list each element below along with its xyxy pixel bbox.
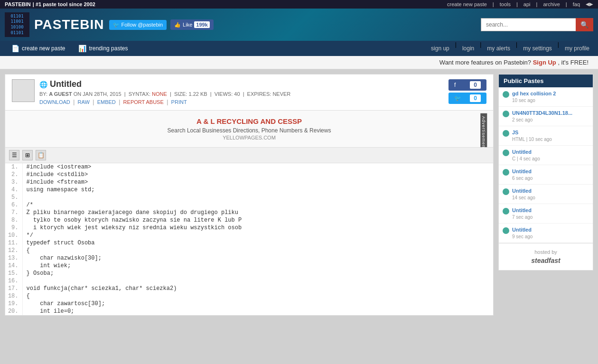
brand-name: PASTEBIN [5, 1, 31, 7]
paste-info: 🌐 Untitled BY: A GUEST ON JAN 28TH, 2015… [39, 79, 290, 105]
table-row: 18. { [5, 292, 493, 300]
table-row: 5. [5, 194, 493, 201]
line-code: #include <cstdlib> [22, 171, 493, 178]
sign-up-link[interactable]: sign up [427, 41, 453, 56]
list-item: Untitled 6 sec ago [499, 165, 593, 185]
paste-link[interactable]: gd hex collision 2 [512, 91, 556, 96]
ad-label: Advertisement [481, 113, 487, 148]
facebook-like-button[interactable]: 👍 Like 199k [170, 19, 214, 30]
search-input[interactable] [481, 18, 576, 31]
line-number: 16. [5, 277, 22, 285]
social-buttons: 🐦 Follow @pastebin 👍 Like 199k [109, 19, 214, 30]
line-code: typedef struct Osoba [22, 239, 493, 247]
code-toolbar: ☰ ⊞ 📋 [5, 148, 494, 163]
create-paste-link[interactable]: 📄 create new paste [5, 41, 72, 56]
paste-link[interactable]: Untitled [512, 168, 532, 174]
line-number: 10. [5, 232, 22, 239]
top-nav-create[interactable]: create new paste [447, 1, 487, 7]
line-number: 19. [5, 300, 22, 308]
paste-time: 2 sec ago [512, 117, 533, 122]
table-row: 3. #include <fstream> [5, 178, 493, 186]
globe-icon [503, 188, 509, 195]
download-link[interactable]: DOWNLOAD [39, 99, 70, 105]
line-code: tylko te osoby ktorych nazwisko zaczyna … [22, 216, 493, 224]
promo-bar: Want more features on Pastebin? Sign Up … [0, 56, 598, 69]
top-nav-api[interactable]: api [523, 1, 531, 7]
public-pastes-box: Public Pastes gd hex collision 2 10 sec … [498, 74, 593, 243]
globe-icon [503, 208, 509, 215]
line-number: 8. [5, 216, 22, 224]
hosted-box: hosted by steadfast [498, 243, 593, 271]
list-item: Untitled 9 sec ago [499, 224, 593, 243]
line-code [22, 194, 493, 201]
tool-grid-icon[interactable]: ⊞ [22, 150, 33, 160]
tool-copy-icon[interactable]: 📋 [36, 150, 46, 160]
globe-icon [503, 91, 509, 98]
logo-area: 01101110011010001101 PASTEBIN 🐦 Follow @… [5, 12, 214, 37]
list-item: Untitled 7 sec ago [499, 204, 593, 224]
facebook-share-button[interactable]: f 0 [448, 79, 486, 91]
top-nav-faq[interactable]: faq [573, 1, 580, 7]
table-row: 13. char nazwisko[30]; [5, 254, 493, 262]
paste-syntax: NONE [152, 91, 167, 97]
paste-time: 9 sec ago [512, 234, 533, 239]
my-settings-link[interactable]: my settings [519, 41, 556, 56]
line-code: int ile=0; [22, 308, 493, 315]
subnav-right: sign up | login | my alerts | my setting… [427, 41, 593, 56]
paste-link[interactable]: Untitled [512, 188, 532, 194]
public-pastes-list: gd hex collision 2 10 sec ago UN4N0TT3D4… [499, 87, 593, 243]
steadfast-brand: steadfast [505, 257, 587, 264]
paste-social-buttons: f 0 🐦 0 [448, 79, 486, 104]
line-number: 2. [5, 171, 22, 178]
tool-list-icon[interactable]: ☰ [9, 150, 19, 160]
line-code: } Osoba; [22, 270, 493, 277]
twitter-share-button[interactable]: 🐦 0 [448, 93, 486, 104]
paste-time: C | 4 sec ago [512, 156, 540, 161]
line-code: using namespace std; [22, 186, 493, 194]
print-link[interactable]: PRINT [171, 99, 187, 105]
my-profile-link[interactable]: my profile [561, 41, 593, 56]
paste-area: 🌐 Untitled BY: A GUEST ON JAN 28TH, 2015… [5, 74, 494, 316]
paste-link[interactable]: JS [512, 130, 518, 135]
line-code [22, 277, 493, 285]
paste-title: 🌐 Untitled [39, 79, 290, 89]
top-nav-tools[interactable]: tools [500, 1, 511, 7]
top-nav-archive[interactable]: archive [543, 1, 560, 7]
paste-time: 6 sec ago [512, 176, 533, 181]
ad-title: A & L RECYCLING AND CESSP [12, 117, 486, 125]
table-row: 16. [5, 277, 493, 285]
paste-link[interactable]: Untitled [512, 207, 532, 213]
search-button[interactable]: 🔍 [576, 18, 593, 31]
report-abuse-link[interactable]: REPORT ABUSE [123, 99, 164, 105]
table-row: 1. #include <iostream> [5, 163, 493, 171]
table-row: 10. */ [5, 232, 493, 239]
line-number: 4. [5, 186, 22, 194]
twitter-share-icon: 🐦 [454, 95, 461, 102]
line-code: void funkcja(char* sciezka1, char* sciez… [22, 285, 493, 292]
list-item: Untitled 14 sec ago [499, 185, 593, 204]
paste-actions: DOWNLOAD | RAW | EMBED | REPORT ABUSE | … [39, 99, 290, 105]
line-code: /* [22, 201, 493, 209]
paste-expires: NEVER [272, 91, 290, 97]
embed-link[interactable]: EMBED [97, 99, 116, 105]
list-item: Untitled C | 4 sec ago [499, 146, 593, 165]
trending-pastes-link[interactable]: 📊 trending pastes [72, 41, 134, 56]
sign-up-cta[interactable]: Sign Up [533, 59, 556, 66]
follow-twitter-button[interactable]: 🐦 Follow @pastebin [109, 20, 167, 30]
line-code: char nazwisko[30]; [22, 254, 493, 262]
ad-url: YELLOWPAGES.COM [12, 135, 486, 140]
paste-link[interactable]: UN4N0TT3D4L30N1.18... [512, 110, 572, 116]
paste-link[interactable]: Untitled [512, 149, 532, 155]
sidebar: Public Pastes gd hex collision 2 10 sec … [494, 74, 593, 316]
line-number: 13. [5, 254, 22, 262]
table-row: 9. i ktorych wiek jest wiekszy niz sredn… [5, 224, 493, 232]
my-alerts-link[interactable]: my alerts [483, 41, 514, 56]
top-navigation-bar: PASTEBIN | #1 paste tool since 2002 crea… [0, 0, 598, 9]
login-link[interactable]: login [458, 41, 478, 56]
list-item: JS HTML | 10 sec ago [499, 126, 593, 146]
paste-date: JAN 28TH, 2015 [83, 91, 121, 97]
paste-link[interactable]: Untitled [512, 227, 532, 233]
main-content: 🌐 Untitled BY: A GUEST ON JAN 28TH, 2015… [0, 69, 598, 320]
line-number: 3. [5, 178, 22, 186]
raw-link[interactable]: RAW [78, 99, 90, 105]
